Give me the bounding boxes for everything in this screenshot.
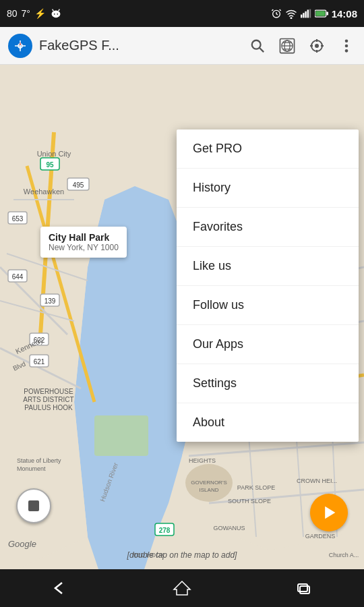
svg-text:SOUTH SLOPE: SOUTH SLOPE xyxy=(228,498,271,504)
map-container[interactable]: 95 495 653 644 139 622 621 278 27 663 63… xyxy=(0,65,364,577)
svg-line-4 xyxy=(59,9,60,11)
lightning-icon: ⚡ xyxy=(34,8,46,19)
svg-text:653: 653 xyxy=(12,215,24,223)
svg-rect-10 xyxy=(301,15,302,18)
svg-marker-107 xyxy=(174,581,190,595)
menu-item-like-us[interactable]: Like us xyxy=(177,247,359,286)
svg-text:278: 278 xyxy=(159,527,171,534)
menu-item-history[interactable]: History xyxy=(177,169,359,208)
map-callout[interactable]: City Hall Park New York, NY 1000 xyxy=(40,227,127,258)
menu-item-favorites[interactable]: Favorites xyxy=(177,208,359,247)
svg-text:CROWN HEI...: CROWN HEI... xyxy=(297,478,337,484)
svg-text:644: 644 xyxy=(12,273,24,281)
android-icon xyxy=(50,7,62,21)
svg-text:139: 139 xyxy=(44,297,56,305)
action-bar: FakeGPS F... xyxy=(0,27,364,65)
status-left: 80 7° ⚡ xyxy=(7,7,62,21)
svg-text:HEIGHTS: HEIGHTS xyxy=(189,457,216,464)
battery-icon xyxy=(315,9,328,18)
svg-text:ISLAND: ISLAND xyxy=(200,487,219,493)
app-icon xyxy=(8,34,32,58)
svg-rect-5 xyxy=(52,11,61,16)
svg-rect-14 xyxy=(309,9,310,18)
menu-item-follow-us[interactable]: Follow us xyxy=(177,286,359,325)
menu-item-settings[interactable]: Settings xyxy=(177,364,359,403)
stop-button[interactable] xyxy=(16,488,51,523)
svg-rect-82 xyxy=(94,415,148,456)
recents-button[interactable] xyxy=(283,575,324,602)
svg-text:PAULUS HOOK: PAULUS HOOK xyxy=(24,404,73,411)
menu-item-our-apps[interactable]: Our Apps xyxy=(177,325,359,364)
status-right: 14:08 xyxy=(271,8,357,20)
svg-point-20 xyxy=(252,40,261,49)
app-title: FakeGPS F... xyxy=(39,38,248,53)
svg-point-35 xyxy=(345,44,348,47)
callout-address: New York, NY 1000 xyxy=(49,243,119,252)
search-button[interactable] xyxy=(248,36,267,55)
signal-icon xyxy=(301,8,311,19)
svg-text:POWERHOUSE: POWERHOUSE xyxy=(24,388,73,395)
hint-text: [double tap on the map to add] xyxy=(0,550,364,560)
svg-line-3 xyxy=(53,9,54,11)
svg-text:GARDENS: GARDENS xyxy=(305,533,336,540)
wifi-icon xyxy=(285,8,297,19)
svg-text:Weehawken: Weehawken xyxy=(24,187,64,196)
play-button[interactable] xyxy=(310,494,348,531)
dropdown-menu: Get PRO History Favorites Like us Follow… xyxy=(177,129,359,442)
menu-item-get-pro[interactable]: Get PRO xyxy=(177,129,359,169)
globe-button[interactable] xyxy=(278,36,297,55)
temperature: 7° xyxy=(22,8,30,19)
svg-line-21 xyxy=(260,47,264,51)
svg-point-7 xyxy=(57,13,58,14)
svg-rect-17 xyxy=(315,11,325,16)
nav-bar xyxy=(0,569,364,607)
svg-marker-106 xyxy=(325,507,335,519)
status-time: 14:08 xyxy=(332,8,357,20)
google-label: Google xyxy=(8,539,36,549)
svg-text:621: 621 xyxy=(34,358,45,366)
svg-point-29 xyxy=(315,45,318,47)
svg-rect-105 xyxy=(28,500,39,511)
svg-point-9 xyxy=(290,17,292,19)
svg-text:PARK SLOPE: PARK SLOPE xyxy=(237,484,275,491)
callout-place-name: City Hall Park xyxy=(49,232,119,243)
svg-text:Union City: Union City xyxy=(37,150,71,158)
svg-text:95: 95 xyxy=(46,161,54,169)
status-bar: 80 7° ⚡ xyxy=(0,0,364,27)
back-button[interactable] xyxy=(40,575,81,602)
action-icons xyxy=(248,36,356,55)
svg-text:Monument: Monument xyxy=(17,465,46,472)
svg-point-34 xyxy=(345,39,348,42)
svg-rect-11 xyxy=(303,13,304,18)
svg-text:ARTS DISTRICT: ARTS DISTRICT xyxy=(23,396,73,403)
svg-rect-13 xyxy=(307,9,308,18)
signal-strength: 80 xyxy=(7,8,18,19)
more-button[interactable] xyxy=(337,36,356,55)
location-button[interactable] xyxy=(307,36,326,55)
svg-rect-12 xyxy=(305,11,306,18)
svg-point-36 xyxy=(345,49,348,53)
svg-text:GOWANUS: GOWANUS xyxy=(213,525,245,531)
svg-point-6 xyxy=(54,13,55,14)
svg-rect-16 xyxy=(326,12,328,16)
svg-text:495: 495 xyxy=(73,181,84,189)
menu-item-about[interactable]: About xyxy=(177,403,359,442)
svg-text:Statue of Liberty: Statue of Liberty xyxy=(17,457,61,464)
svg-text:GOVERNOR'S: GOVERNOR'S xyxy=(191,480,227,486)
home-button[interactable] xyxy=(162,575,202,602)
alarm-icon xyxy=(271,8,282,19)
